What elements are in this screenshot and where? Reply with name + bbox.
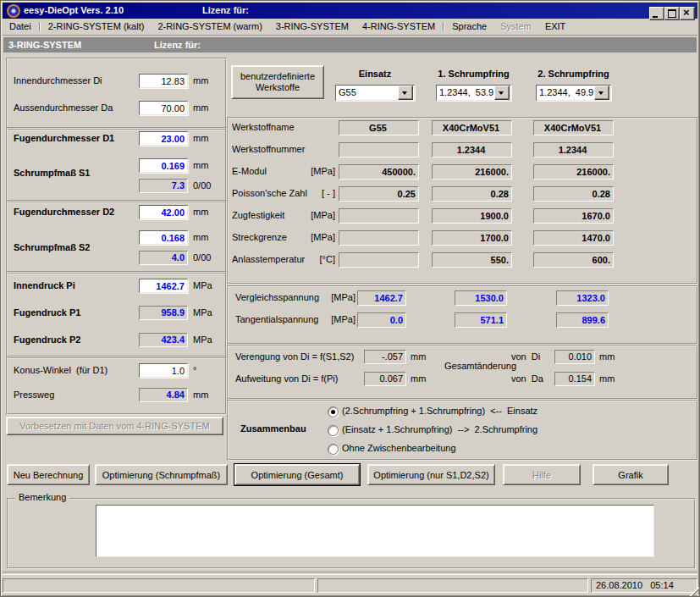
- optimierung-gesamt-button[interactable]: Optimierung (Gesamt): [234, 464, 360, 485]
- assembly-label: Zusammenbau: [240, 422, 306, 436]
- mat-cell: 0.28: [432, 186, 512, 202]
- da-unit: mm: [193, 101, 208, 115]
- ring1-dropdown[interactable]: 1.2344, 53.9: [436, 85, 511, 101]
- aufweitung-label: Aufweitung von Di = f(Pi): [235, 372, 338, 386]
- ring1-header: 1. Schrumpfring: [431, 67, 516, 81]
- einsatz-header: Einsatz: [335, 67, 415, 81]
- d2-field[interactable]: [139, 205, 188, 219]
- assembly-option-3-label[interactable]: Ohne Zwischenbearbeitung: [342, 441, 456, 456]
- user-materials-button[interactable]: benutzerdefinierte Werkstoffe: [231, 65, 324, 99]
- pressweg-unit: mm: [193, 388, 208, 402]
- stress-row-unit: [MPa]: [298, 290, 356, 305]
- mat-cell: G55: [339, 120, 419, 135]
- aufweitung-unit: mm: [411, 372, 426, 386]
- mat-cell: 1.2344: [533, 142, 614, 158]
- app-window: eesy-DieOpt Vers. 2.10 Lizenz für: Datei…: [0, 0, 700, 597]
- menu-item-exit[interactable]: EXIT: [538, 19, 572, 35]
- d2-unit: mm: [193, 205, 208, 219]
- remark-label: Bemerkung: [15, 493, 69, 502]
- p2-field: 423.4: [139, 333, 188, 347]
- s2-label: Schrumpfmaß S2: [14, 240, 90, 255]
- verengung-label: Verengung von Di = f(S1,S2): [235, 350, 354, 364]
- assembly-option-2-radio[interactable]: [328, 425, 339, 436]
- stress-cell: 1323.0: [556, 290, 609, 306]
- app-icon[interactable]: [7, 4, 20, 18]
- assembly-option-2-label[interactable]: (Einsatz + 1.Schrumpfring) --> 2.Schrump…: [342, 423, 537, 437]
- menu-item-2ring-kalt[interactable]: 2-RING-SYSTEM (kalt): [41, 19, 152, 35]
- d1-label: Fugendurchmesser D1: [14, 131, 114, 146]
- assembly-option-3-radio[interactable]: [328, 444, 339, 455]
- s1-label: Schrumpfmaß S1: [14, 166, 90, 180]
- preset-4ring-button: Vorbesetzen mit Daten vom 4-RING-SYSTEM: [6, 417, 223, 435]
- von-da-unit: mm: [599, 372, 615, 386]
- ring2-dropdown-value: 1.2344, 49.9: [537, 86, 594, 100]
- mat-cell: 450000.: [339, 164, 419, 180]
- menu-item-4ring[interactable]: 4-RING-SYSTEM: [356, 19, 442, 35]
- title-license-label: Lizenz für:: [202, 5, 249, 15]
- panel-diameters: [6, 58, 227, 130]
- pi-field[interactable]: [139, 279, 188, 293]
- assembly-option-1-radio[interactable]: [328, 406, 339, 417]
- neu-berechnung-button[interactable]: Neu Berechnung: [7, 464, 90, 485]
- assembly-option-1-label[interactable]: (2.Schrumpfring + 1.Schrumpfring) <-- Ei…: [342, 404, 537, 418]
- mat-cell: X40CrMoV51: [432, 120, 512, 135]
- da-label: Aussendurchmesser Da: [14, 101, 113, 115]
- mat-cell: 1670.0: [533, 208, 614, 224]
- mat-row-unit: [MPa]: [274, 208, 335, 223]
- di-unit: mm: [193, 74, 208, 88]
- optimierung-schrumpfmass-button[interactable]: Optimierung (Schrumpfmaß): [95, 464, 228, 485]
- mat-cell: 600.: [533, 252, 614, 268]
- pi-label: Innendruck Pi: [14, 279, 75, 293]
- konus-field[interactable]: [139, 363, 188, 378]
- pressweg-field: 4.84: [139, 388, 188, 402]
- chevron-down-icon[interactable]: [594, 86, 609, 100]
- mat-row-unit: [MPa]: [274, 230, 335, 245]
- einsatz-dropdown[interactable]: G55: [335, 85, 415, 101]
- mat-cell: 550.: [432, 252, 512, 268]
- mat-cell: 0.25: [339, 186, 419, 202]
- statusbar-panel-2: [317, 578, 588, 593]
- verengung-field: -.057: [364, 350, 406, 364]
- mat-row-label: E-Modul: [232, 164, 267, 179]
- hilfe-button: Hilfe: [503, 464, 581, 485]
- ring2-dropdown[interactable]: 1.2344, 49.9: [536, 85, 611, 101]
- ring1-dropdown-value: 1.2344, 53.9: [437, 86, 494, 100]
- s2-permille-unit: 0/00: [193, 251, 211, 265]
- pi-unit: MPa: [193, 279, 212, 293]
- radio-dot-icon: [331, 410, 335, 414]
- remark-textarea[interactable]: [96, 505, 654, 557]
- chevron-down-icon[interactable]: [494, 86, 510, 100]
- menu-item-datei[interactable]: Datei: [3, 19, 38, 35]
- grafik-button[interactable]: Grafik: [593, 464, 669, 485]
- von-di-unit: mm: [599, 350, 615, 364]
- d1-field[interactable]: [139, 131, 188, 146]
- einsatz-dropdown-value: G55: [336, 86, 398, 100]
- mat-cell: 1900.0: [432, 208, 512, 224]
- statusbar-datetime: 26.08.2010 05:14: [591, 578, 697, 593]
- s2-unit: mm: [193, 230, 208, 245]
- menu-item-sprache[interactable]: Sprache: [445, 19, 493, 35]
- menu-separator: [39, 22, 41, 31]
- window-title: eesy-DieOpt Vers. 2.10: [24, 5, 124, 15]
- optimierung-s1d2s2-button[interactable]: Optimierung (nur S1,D2,S2): [367, 464, 495, 485]
- mat-cell: [339, 230, 419, 246]
- p1-field: 958.9: [139, 306, 188, 320]
- di-label: Innendurchmesser Di: [14, 74, 102, 88]
- s2-field[interactable]: [139, 230, 188, 245]
- da-field[interactable]: [139, 101, 188, 115]
- di-field[interactable]: [139, 74, 188, 88]
- s1-field[interactable]: [139, 158, 188, 173]
- d2-label: Fugendurchmesser D2: [14, 205, 114, 219]
- menu-item-3ring[interactable]: 3-RING-SYSTEM: [269, 19, 356, 35]
- statusbar-panel-1: [3, 578, 315, 593]
- menu-item-system: System: [493, 19, 538, 35]
- mat-row-label: Werkstoffname: [232, 120, 295, 135]
- mat-cell: 216000.: [432, 164, 512, 180]
- p1-label: Fugendruck P1: [14, 306, 80, 320]
- s1-unit: mm: [193, 158, 208, 173]
- chevron-down-icon[interactable]: [398, 86, 413, 100]
- p2-unit: MPa: [193, 333, 212, 347]
- menu-item-2ring-warm[interactable]: 2-RING-SYSTEM (warm): [151, 19, 268, 35]
- mat-cell: X40CrMoV51: [533, 120, 614, 135]
- title-bar[interactable]: eesy-DieOpt Vers. 2.10 Lizenz für:: [3, 3, 697, 19]
